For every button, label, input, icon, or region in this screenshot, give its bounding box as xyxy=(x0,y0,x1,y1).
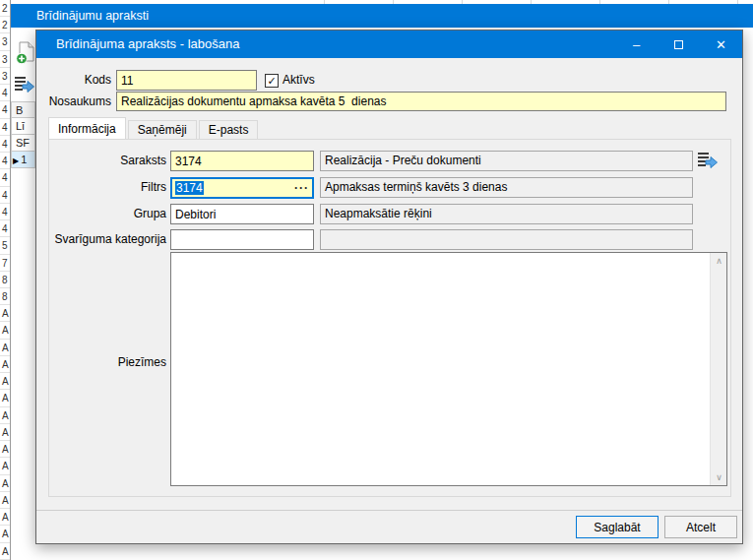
button-bar-separator xyxy=(36,510,742,511)
grid-column-header[interactable]: B xyxy=(11,101,35,118)
edit-dialog: Brīdinājuma apraksts - labošana – ✕ Kods… xyxy=(35,30,743,544)
check-icon: ✓ xyxy=(267,75,276,87)
list-input[interactable] xyxy=(170,151,314,171)
grid-row[interactable]: Lī xyxy=(11,118,35,135)
importance-category-label: Svarīguma kategorija xyxy=(36,229,166,250)
grid-cell: 8 xyxy=(0,288,10,305)
grid-cell: 2 xyxy=(0,0,10,17)
close-button[interactable]: ✕ xyxy=(700,31,742,58)
grid-cell: 4 xyxy=(0,153,10,169)
maximize-button[interactable] xyxy=(658,31,700,58)
scroll-down-icon[interactable]: ∨ xyxy=(711,469,727,485)
window-controls: – ✕ xyxy=(615,31,742,58)
grid-cell: A xyxy=(0,424,10,441)
grid-cell: 4 xyxy=(0,204,10,220)
scroll-up-icon[interactable]: ∧ xyxy=(711,253,727,269)
list-description: Realizācija - Preču dokumenti xyxy=(320,151,693,171)
grid-cell: A xyxy=(0,305,10,322)
dialog-titlebar[interactable]: Brīdinājuma apraksts - labošana – ✕ xyxy=(36,31,742,58)
notes-textarea[interactable]: ∧ ∨ xyxy=(170,252,727,486)
grid-cell: 4 xyxy=(0,169,10,186)
filter-description: Apmaksas termiņš kavēts 3 dienas xyxy=(320,177,693,198)
group-label: Grupa xyxy=(36,204,166,224)
group-input[interactable] xyxy=(170,204,314,224)
grid-cell: 4 xyxy=(0,101,10,118)
grid-cell: A xyxy=(0,407,10,424)
code-label: Kods xyxy=(36,70,111,91)
notes-label: Piezīmes xyxy=(36,355,166,370)
name-input[interactable] xyxy=(116,92,726,111)
grid-cell: A xyxy=(0,441,10,458)
importance-category-input[interactable] xyxy=(170,229,314,250)
active-checkbox-label[interactable]: Aktīvs xyxy=(282,70,315,91)
grid-cell: 8 xyxy=(0,272,10,288)
grid-cell: 3 xyxy=(0,33,10,50)
grid-cell: 5 xyxy=(0,237,10,254)
grid-cell: A xyxy=(0,526,10,542)
grid-cell: 3 xyxy=(0,68,10,85)
cancel-button[interactable]: Atcelt xyxy=(664,516,737,538)
tab-informacija[interactable]: Informācija xyxy=(48,117,126,139)
grid-cell: 3 xyxy=(0,51,10,68)
grid-cell: 4 xyxy=(0,136,10,153)
grid-cell: A xyxy=(0,475,10,492)
notes-scrollbar[interactable]: ∧ ∨ xyxy=(710,253,726,485)
save-button[interactable]: Saglabāt xyxy=(576,516,659,538)
grid-cell: A xyxy=(0,458,10,474)
new-record-icon[interactable] xyxy=(16,41,35,65)
grid-cell-value: 1 xyxy=(21,154,27,165)
code-input[interactable] xyxy=(116,70,257,91)
tab-epasts[interactable]: E-pasts xyxy=(199,120,259,139)
grid-cell: 2 xyxy=(0,17,10,33)
grid-cell: A xyxy=(0,340,10,356)
grid-cell: 7 xyxy=(0,255,10,272)
background-grid: B Lī SF ▶1 xyxy=(11,101,35,168)
grid-cell: 4 xyxy=(0,119,10,136)
screen: 223334444444445788AAAAAAAAAAAAAAA Brīdin… xyxy=(0,0,753,560)
background-window-titlebar[interactable]: Brīdinājumu apraksti xyxy=(11,4,753,28)
name-label: Nosaukums xyxy=(36,92,111,111)
filter-label: Filtrs xyxy=(36,177,166,198)
grid-cell: A xyxy=(0,509,10,526)
grid-row-current[interactable]: ▶1 xyxy=(11,152,35,168)
minimize-icon: – xyxy=(633,37,640,52)
dialog-title: Brīdinājuma apraksts - labošana xyxy=(56,31,239,58)
grid-row[interactable]: SF xyxy=(11,135,35,152)
grid-cell: A xyxy=(0,356,10,373)
grid-cell: 4 xyxy=(0,220,10,237)
open-list-icon[interactable] xyxy=(697,150,718,170)
importance-category-description xyxy=(320,229,693,250)
maximize-icon xyxy=(674,40,683,49)
background-window-title: Brīdinājumu apraksti xyxy=(36,9,149,23)
tab-strip: Informācija Saņēmēji E-pasts xyxy=(48,117,731,139)
row-marker-icon: ▶ xyxy=(13,156,19,165)
group-description: Neapmaksātie rēķini xyxy=(320,204,693,224)
background-grid-left-column: 223334444444445788AAAAAAAAAAAAAAA xyxy=(0,0,11,560)
grid-cell: A xyxy=(0,543,10,560)
filter-selected-text: 3174 xyxy=(175,181,204,195)
grid-cell: 4 xyxy=(0,85,10,101)
filter-input[interactable]: 3174 ··· xyxy=(170,177,314,199)
grid-cell: A xyxy=(0,373,10,390)
grid-cell: A xyxy=(0,492,10,509)
grid-cell: A xyxy=(0,390,10,406)
grid-cell: 4 xyxy=(0,187,10,204)
go-to-list-icon[interactable] xyxy=(14,75,34,93)
active-checkbox[interactable]: ✓ xyxy=(265,74,279,88)
grid-cell: A xyxy=(0,322,10,339)
minimize-button[interactable]: – xyxy=(615,31,658,58)
ellipsis-button[interactable]: ··· xyxy=(294,183,309,193)
close-icon: ✕ xyxy=(716,37,726,52)
list-label: Saraksts xyxy=(36,151,166,171)
tab-sanemeji[interactable]: Saņēmēji xyxy=(128,120,197,139)
